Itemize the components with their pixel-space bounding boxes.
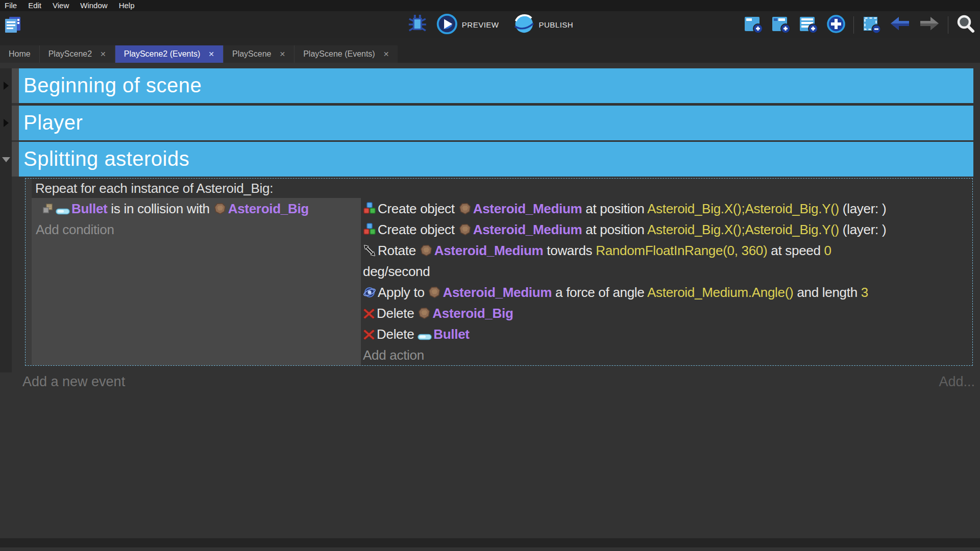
- publish-button[interactable]: PUBLISH: [513, 13, 573, 37]
- text-segment: Asteroid_Big.X();Asteroid_Big.Y(): [647, 201, 839, 216]
- text-segment: Asteroid_Big: [228, 201, 309, 216]
- text-segment: a force of angle: [552, 285, 647, 300]
- asteroid-icon: [458, 198, 472, 219]
- action-row[interactable]: Delete Bullet: [363, 324, 972, 345]
- text-segment: Asteroid_Big: [432, 306, 513, 321]
- project-manager-icon: [3, 27, 22, 36]
- add-event-row: Add a new event Add...: [0, 374, 980, 390]
- tab-bar: HomePlayScene2✕PlayScene2 (Events)✕PlayS…: [0, 38, 980, 63]
- toolbar-center: PREVIEW PUBLISH: [407, 13, 573, 37]
- group-gutter: [12, 106, 19, 140]
- close-icon[interactable]: ✕: [279, 50, 285, 58]
- bullet-icon: [56, 198, 70, 219]
- menu-item-help[interactable]: Help: [113, 0, 140, 11]
- play-icon: [436, 13, 458, 37]
- clear-selection-icon[interactable]: [861, 14, 881, 36]
- asteroid-icon: [418, 303, 431, 324]
- text-segment: towards: [543, 243, 596, 258]
- text-segment: deg/second: [363, 264, 430, 279]
- menu-item-window[interactable]: Window: [75, 0, 113, 11]
- add-more-button[interactable]: Add...: [939, 374, 980, 390]
- text-segment: Asteroid_Medium: [473, 222, 582, 237]
- scrollbar-track-horizontal[interactable]: [0, 538, 980, 547]
- action-row[interactable]: Create object Asteroid_Medium at positio…: [363, 198, 972, 219]
- tab-label: PlayScene: [232, 49, 272, 59]
- tab-playscene2-events-[interactable]: PlayScene2 (Events)✕: [115, 45, 223, 63]
- menu-bar: FileEditViewWindowHelp: [0, 0, 980, 11]
- text-segment: Create object: [378, 201, 458, 216]
- action-row[interactable]: Apply to Asteroid_Medium a force of angl…: [363, 282, 972, 303]
- condition-lines: Bullet is in collision with Asteroid_Big: [36, 198, 361, 219]
- add-subevent-icon[interactable]: [771, 14, 791, 36]
- menu-item-edit[interactable]: Edit: [22, 0, 47, 11]
- event-group-splitting-asteroids[interactable]: Splitting asteroids: [0, 142, 980, 177]
- text-segment: at position: [582, 222, 647, 237]
- action-lines: Create object Asteroid_Medium at positio…: [363, 198, 972, 345]
- toolbar-separator: [948, 16, 948, 34]
- add-more-circle-icon[interactable]: [826, 14, 846, 36]
- text-segment: 3: [861, 285, 868, 300]
- bullet-icon: [418, 324, 432, 345]
- repeat-event-block[interactable]: Repeat for each instance of Asteroid_Big…: [25, 178, 973, 366]
- close-icon[interactable]: ✕: [383, 50, 389, 58]
- collision-icon: [42, 198, 54, 219]
- actions-panel: Create object Asteroid_Medium at positio…: [361, 198, 972, 365]
- preview-button[interactable]: PREVIEW: [436, 13, 499, 37]
- text-segment: Asteroid_Medium: [434, 243, 544, 258]
- event-content: Repeat for each instance of Asteroid_Big…: [32, 179, 972, 365]
- toolbar-right: [743, 11, 976, 38]
- text-segment: Asteroid_Medium.Angle(): [647, 285, 793, 300]
- group-title[interactable]: Beginning of scene: [19, 68, 973, 103]
- tab-home[interactable]: Home: [0, 45, 39, 63]
- collapsed-arrow-icon[interactable]: [0, 106, 12, 140]
- undo-icon[interactable]: [889, 14, 911, 36]
- search-icon[interactable]: [955, 14, 976, 36]
- debug-icon[interactable]: [407, 14, 428, 36]
- repeat-header[interactable]: Repeat for each instance of Asteroid_Big…: [32, 179, 972, 198]
- menu-item-view[interactable]: View: [47, 0, 75, 11]
- text-segment: (layer: ): [839, 201, 886, 216]
- add-condition-button[interactable]: Add condition: [36, 219, 361, 240]
- text-segment: (layer: ): [839, 222, 886, 237]
- add-comment-icon[interactable]: [798, 14, 819, 36]
- group-title[interactable]: Player: [19, 106, 973, 140]
- action-row[interactable]: Delete Asteroid_Big: [363, 303, 972, 324]
- tab-label: PlayScene2 (Events): [124, 49, 200, 59]
- group-gutter: [12, 142, 19, 177]
- text-segment: 0: [824, 243, 831, 258]
- menu-item-file[interactable]: File: [1, 0, 22, 11]
- tab-playscene[interactable]: PlayScene✕: [223, 45, 294, 63]
- add-action-button[interactable]: Add action: [363, 345, 972, 365]
- toolbar: PREVIEW PUBLISH: [0, 11, 980, 38]
- group-title[interactable]: Splitting asteroids: [19, 142, 973, 177]
- tab-playscene2[interactable]: PlayScene2✕: [39, 45, 115, 63]
- text-segment: Delete: [377, 327, 418, 342]
- collapsed-arrow-icon[interactable]: [0, 68, 12, 103]
- condition-row[interactable]: Bullet is in collision with Asteroid_Big: [36, 198, 361, 219]
- close-icon[interactable]: ✕: [208, 50, 214, 58]
- tab-playscene-events-[interactable]: PlayScene (Events)✕: [294, 45, 398, 63]
- action-row[interactable]: Rotate Asteroid_Medium towards RandomFlo…: [363, 240, 972, 282]
- add-event-icon[interactable]: [743, 14, 764, 36]
- rotate-icon: [363, 240, 376, 261]
- text-segment: Bullet: [71, 201, 107, 216]
- conditions-panel: Bullet is in collision with Asteroid_Big…: [32, 198, 361, 365]
- event-group-player[interactable]: Player: [0, 106, 980, 140]
- close-icon[interactable]: ✕: [100, 50, 106, 58]
- event-sheet: Beginning of scene Player Splitting aste…: [0, 68, 980, 547]
- text-segment: Asteroid_Medium: [443, 285, 552, 300]
- publish-globe-icon: [513, 13, 534, 37]
- group-gutter: [12, 68, 19, 103]
- tab-label: PlayScene2: [48, 49, 92, 59]
- expanded-arrow-icon[interactable]: [0, 142, 12, 177]
- asteroid-icon: [458, 219, 472, 240]
- text-segment: Asteroid_Big.X();Asteroid_Big.Y(): [647, 222, 839, 237]
- action-row[interactable]: Create object Asteroid_Medium at positio…: [363, 219, 972, 240]
- redo-icon[interactable]: [918, 14, 941, 36]
- event-group-beginning-of-scene[interactable]: Beginning of scene: [0, 68, 980, 103]
- project-manager-button[interactable]: [3, 15, 22, 36]
- add-new-event-button[interactable]: Add a new event: [0, 374, 125, 390]
- toolbar-separator: [853, 16, 854, 34]
- text-segment: Asteroid_Medium: [473, 201, 582, 216]
- text-segment: Delete: [377, 306, 418, 321]
